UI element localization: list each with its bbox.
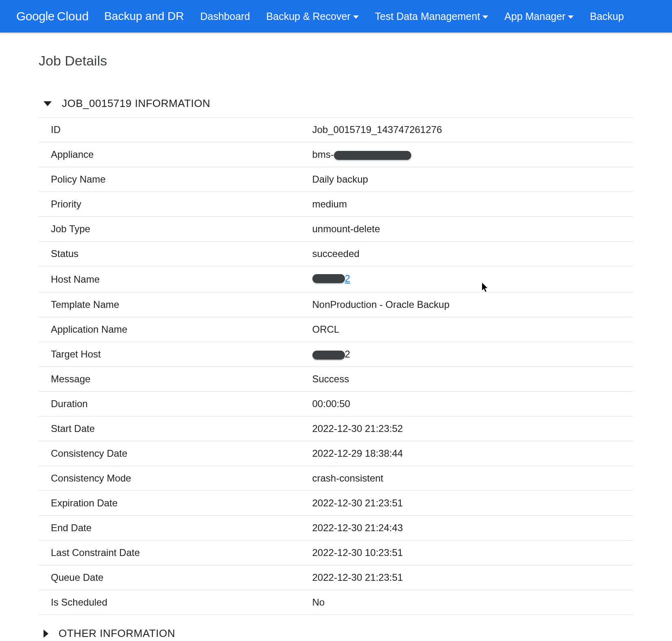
field-value: 2022-12-30 10:23:51: [312, 541, 633, 565]
field-value: 2022-12-30 21:23:51: [312, 565, 633, 590]
table-row: Application NameORCL: [39, 317, 633, 342]
field-label: Last Constraint Date: [39, 541, 312, 565]
job-details-table: IDJob_0015719_143747261276Appliancebms-P…: [39, 117, 633, 615]
field-value: 2022-12-30 21:24:43: [312, 516, 633, 541]
field-value: ORCL: [312, 317, 633, 342]
chevron-down-icon: [568, 15, 574, 19]
chevron-down-icon: [482, 15, 488, 19]
table-row: MessageSuccess: [39, 367, 633, 392]
nav-label: Backup & Recover: [266, 11, 351, 22]
table-row: Expiration Date2022-12-30 21:23:51: [39, 491, 633, 516]
brand-cloud-text: Cloud: [57, 9, 89, 23]
field-value: 2022-12-29 18:38:44: [312, 441, 633, 466]
nav-app-manager[interactable]: App Manager: [504, 11, 574, 22]
field-value: 2022-12-30 21:23:52: [312, 416, 633, 441]
field-label: Is Scheduled: [39, 590, 312, 615]
field-value: succeeded: [312, 242, 633, 266]
field-label: Application Name: [39, 317, 312, 342]
field-value: NonProduction - Oracle Backup: [312, 292, 633, 317]
field-label: Job Type: [39, 217, 312, 242]
field-value: Job_0015719_143747261276: [312, 118, 633, 142]
table-row: Queue Date2022-12-30 21:23:51: [39, 565, 633, 590]
table-row: Template NameNonProduction - Oracle Back…: [39, 292, 633, 317]
value-suffix: 2: [345, 349, 350, 360]
field-label: Target Host: [39, 342, 312, 367]
field-value: 00:00:50: [312, 392, 633, 416]
table-row: Appliancebms-: [39, 142, 633, 167]
table-row: Job Typeunmount-delete: [39, 217, 633, 242]
brand-logo[interactable]: Google Cloud: [16, 9, 89, 23]
other-information-section: OTHER INFORMATION: [39, 627, 633, 641]
nav-test-data-management[interactable]: Test Data Management: [375, 11, 488, 22]
job-information-section: JOB_0015719 INFORMATION IDJob_0015719_14…: [39, 97, 633, 615]
product-name[interactable]: Backup and DR: [104, 10, 184, 23]
table-row: Policy NameDaily backup: [39, 167, 633, 192]
section-title: OTHER INFORMATION: [59, 627, 175, 640]
field-label: Host Name: [39, 266, 312, 292]
field-label: Duration: [39, 392, 312, 416]
field-value: unmount-delete: [312, 217, 633, 242]
field-label: Priority: [39, 192, 312, 217]
job-information-header[interactable]: JOB_0015719 INFORMATION: [39, 97, 633, 117]
field-value: Success: [312, 367, 633, 392]
main-content: Job Details JOB_0015719 INFORMATION IDJo…: [0, 33, 672, 641]
table-row: Prioritymedium: [39, 192, 633, 217]
table-row: Consistency Date2022-12-29 18:38:44: [39, 441, 633, 466]
expand-collapse-icon: [44, 630, 48, 638]
table-row: Host Name2: [39, 266, 633, 292]
field-label: Consistency Mode: [39, 466, 312, 491]
field-label: Consistency Date: [39, 441, 312, 466]
link-suffix: 2: [345, 273, 350, 284]
field-label: Start Date: [39, 416, 312, 441]
nav-label: Dashboard: [200, 11, 250, 22]
brand-google-text: Google: [16, 9, 55, 23]
nav-label: Test Data Management: [375, 11, 480, 22]
nav-backup[interactable]: Backup: [590, 11, 624, 22]
table-row: Is ScheduledNo: [39, 590, 633, 615]
section-title: JOB_0015719 INFORMATION: [62, 97, 210, 110]
table-row: Consistency Modecrash-consistent: [39, 466, 633, 491]
table-row: Duration00:00:50: [39, 392, 633, 416]
chevron-down-icon: [353, 15, 359, 19]
table-row: Start Date2022-12-30 21:23:52: [39, 416, 633, 441]
table-row: End Date2022-12-30 21:24:43: [39, 516, 633, 541]
table-row: Statussucceeded: [39, 242, 633, 266]
field-value: No: [312, 590, 633, 615]
nav-dashboard[interactable]: Dashboard: [200, 11, 250, 22]
field-label: Status: [39, 242, 312, 266]
top-navigation-bar: Google Cloud Backup and DR Dashboard Bac…: [0, 0, 672, 33]
host-link[interactable]: 2: [312, 273, 350, 284]
field-label: Expiration Date: [39, 491, 312, 516]
value-prefix: bms-: [312, 149, 334, 160]
page-title: Job Details: [39, 53, 633, 69]
nav-backup-recover[interactable]: Backup & Recover: [266, 11, 359, 22]
nav-menu: Dashboard Backup & Recover Test Data Man…: [200, 11, 624, 22]
other-information-header[interactable]: OTHER INFORMATION: [39, 627, 633, 641]
field-label: Template Name: [39, 292, 312, 317]
table-row: IDJob_0015719_143747261276: [39, 118, 633, 142]
redacted-content: [312, 351, 345, 360]
field-value: bms-: [312, 142, 633, 167]
redacted-content: [334, 151, 411, 160]
nav-label: App Manager: [504, 11, 565, 22]
field-label: Queue Date: [39, 565, 312, 590]
field-value: crash-consistent: [312, 466, 633, 491]
field-label: Message: [39, 367, 312, 392]
field-value: 2: [312, 342, 633, 367]
table-row: Target Host2: [39, 342, 633, 367]
field-label: Appliance: [39, 142, 312, 167]
field-label: Policy Name: [39, 167, 312, 192]
field-label: End Date: [39, 516, 312, 541]
table-row: Last Constraint Date2022-12-30 10:23:51: [39, 541, 633, 565]
expand-collapse-icon: [44, 101, 52, 106]
nav-label: Backup: [590, 11, 624, 22]
field-label: ID: [39, 118, 312, 142]
redacted-content: [312, 274, 345, 283]
field-value: medium: [312, 192, 633, 217]
field-value: 2: [312, 266, 633, 292]
field-value: Daily backup: [312, 167, 633, 192]
field-value: 2022-12-30 21:23:51: [312, 491, 633, 516]
